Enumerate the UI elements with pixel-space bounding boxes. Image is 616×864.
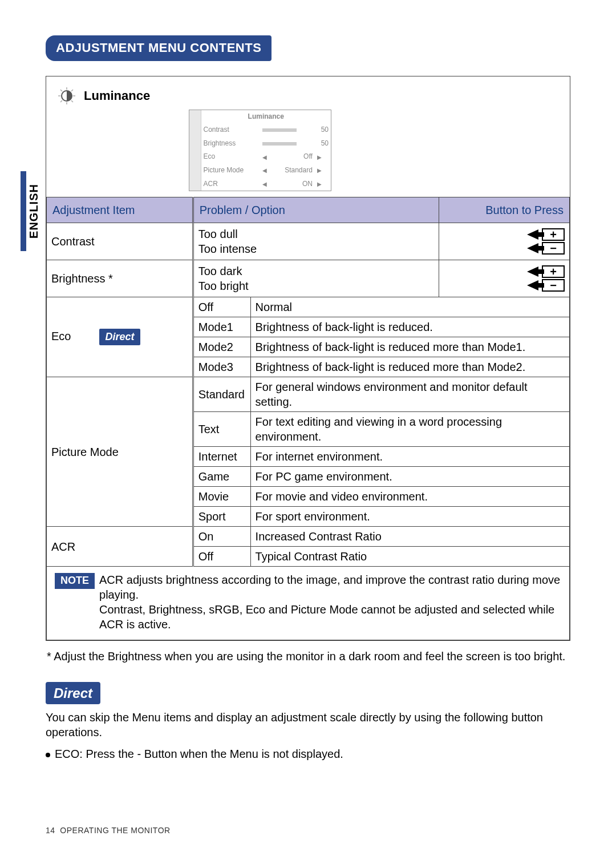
th-item: Adjustment Item <box>47 197 193 223</box>
problem-cell: Too dark Too bright <box>193 260 439 297</box>
osd-row-value: Standard <box>272 164 315 177</box>
problem-cell: Too dull Too intense <box>193 223 439 260</box>
press-arrow-icon <box>527 229 538 240</box>
desc-cell: For movie and video environment. <box>250 487 569 507</box>
option-cell: Mode1 <box>193 317 250 337</box>
svg-line-5 <box>60 90 62 91</box>
brightness-footnote: * Adjust the Brightness when you are usi… <box>46 649 570 664</box>
option-cell: Movie <box>193 487 250 507</box>
direct-badge: Direct <box>99 329 140 345</box>
section-title: Luminance <box>84 86 150 104</box>
desc-cell: For text editing and viewing in a word p… <box>250 412 569 447</box>
direct-bullet-text: ECO: Press the - Button when the Menu is… <box>55 748 343 760</box>
press-arrow-icon <box>527 243 538 253</box>
note-line: ACR adjusts brightness according to the … <box>99 572 561 602</box>
problem-text: Too dark <box>198 264 434 278</box>
item-contrast: Contrast <box>47 223 193 260</box>
option-cell: Mode2 <box>193 337 250 357</box>
option-cell: Sport <box>193 507 250 527</box>
option-cell: Standard <box>193 377 250 412</box>
press-arrow-icon <box>527 267 538 277</box>
plus-button[interactable]: + <box>542 265 565 278</box>
minus-button[interactable]: − <box>542 242 565 255</box>
table-header-row: Adjustment Item Problem / Option Button … <box>47 197 570 223</box>
desc-cell: For internet environment. <box>250 447 569 467</box>
desc-cell: Brightness of back-light is reduced more… <box>250 337 569 357</box>
note-badge: NOTE <box>55 573 95 588</box>
osd-row-label: ACR <box>201 177 260 191</box>
page-title: ADJUSTMENT MENU CONTENTS <box>46 35 271 61</box>
adjustment-table: Adjustment Item Problem / Option Button … <box>46 197 570 567</box>
item-eco: Eco Direct <box>47 297 193 377</box>
luminance-icon <box>56 86 77 106</box>
osd-row-label: Contrast <box>201 123 260 137</box>
th-problem: Problem / Option <box>193 197 439 223</box>
direct-section: Direct You can skip the Menu items and d… <box>46 682 570 761</box>
osd-row-value: 50 <box>315 123 331 137</box>
table-row: Eco Direct Off Normal <box>47 297 570 317</box>
note-line: Contrast, Brightness, sRGB, Eco and Pict… <box>99 602 561 632</box>
osd-row-label: Picture Mode <box>201 164 260 177</box>
item-acr: ACR <box>47 527 193 567</box>
direct-text: You can skip the Menu items and display … <box>46 710 570 740</box>
svg-line-8 <box>71 90 73 91</box>
note-block: NOTE ACR adjusts brightness according to… <box>46 567 570 640</box>
osd-row-label: Eco <box>201 150 260 164</box>
plus-button[interactable]: + <box>542 228 565 241</box>
desc-cell: Normal <box>250 297 569 317</box>
minus-button[interactable]: − <box>542 279 565 292</box>
item-brightness: Brightness * <box>47 260 193 297</box>
item-picture-mode: Picture Mode <box>47 377 193 527</box>
table-row: Contrast Too dull Too intense + − <box>47 223 570 260</box>
bullet-icon <box>46 753 50 757</box>
desc-cell: Brightness of back-light is reduced. <box>250 317 569 337</box>
problem-text: Too bright <box>198 278 434 293</box>
button-cell: + − <box>439 260 569 297</box>
desc-cell: For PC game environment. <box>250 467 569 487</box>
item-eco-label: Eco <box>51 330 71 342</box>
main-box: Luminance Luminance Contrast 50 Brightne… <box>46 76 570 641</box>
osd-row-value: 50 <box>315 137 331 151</box>
section-header: Luminance <box>46 76 570 110</box>
option-cell: On <box>193 527 250 547</box>
button-cell: + − <box>439 223 569 260</box>
problem-text: Too intense <box>198 241 434 256</box>
osd-preview: Luminance Contrast 50 Brightness 50 Eco … <box>189 110 331 192</box>
table-row: Brightness * Too dark Too bright + − <box>47 260 570 297</box>
direct-bullet: ECO: Press the - Button when the Menu is… <box>46 746 570 761</box>
table-row: Picture Mode Standard For general window… <box>47 377 570 412</box>
press-arrow-icon <box>527 280 538 290</box>
desc-cell: Increased Contrast Ratio <box>250 527 569 547</box>
osd-row-label: Brightness <box>201 137 260 151</box>
desc-cell: For general windows environment and moni… <box>250 377 569 412</box>
page-number: 14 <box>46 826 55 835</box>
table-row: ACR On Increased Contrast Ratio <box>47 527 570 547</box>
language-tab-label: ENGLISH <box>26 184 41 239</box>
footer-text: OPERATING THE MONITOR <box>60 826 170 835</box>
th-button: Button to Press <box>439 197 569 223</box>
desc-cell: For sport environment. <box>250 507 569 527</box>
desc-cell: Typical Contrast Ratio <box>250 547 569 567</box>
option-cell: Game <box>193 467 250 487</box>
svg-line-6 <box>71 100 73 102</box>
svg-line-7 <box>60 100 62 102</box>
page-footer: 14 OPERATING THE MONITOR <box>46 825 171 835</box>
option-cell: Off <box>193 297 250 317</box>
option-cell: Internet <box>193 447 250 467</box>
direct-heading: Direct <box>46 682 100 704</box>
osd-row-value: ON <box>272 177 315 191</box>
osd-row-value: Off <box>272 150 315 164</box>
option-cell: Mode3 <box>193 357 250 377</box>
osd-title: Luminance <box>201 110 331 124</box>
desc-cell: Brightness of back-light is reduced more… <box>250 357 569 377</box>
problem-text: Too dull <box>198 227 434 241</box>
option-cell: Off <box>193 547 250 567</box>
option-cell: Text <box>193 412 250 447</box>
language-tab: ENGLISH <box>21 171 41 251</box>
